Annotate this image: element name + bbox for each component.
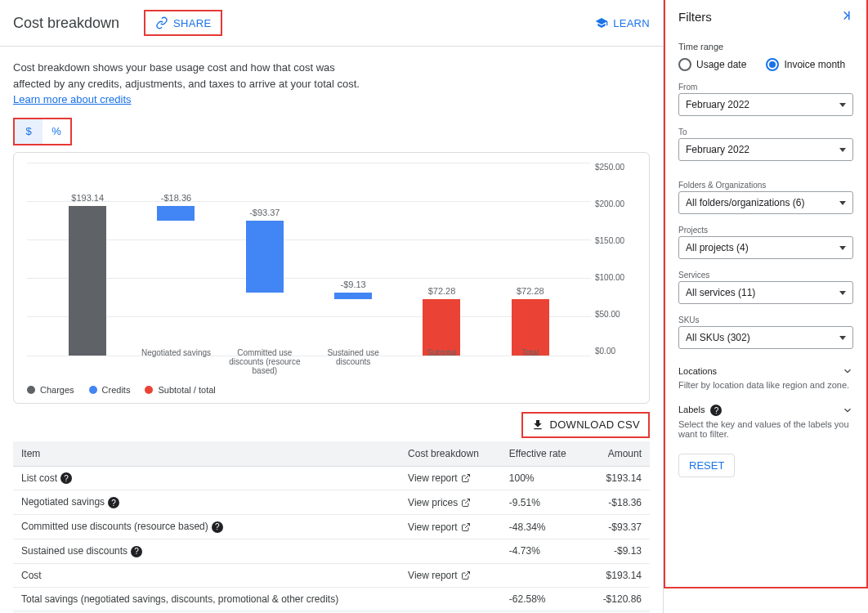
chart-legend: ChargesCreditsSubtotal / total bbox=[27, 380, 636, 395]
learn-label: LEARN bbox=[613, 17, 650, 29]
cell-rate: -48.34% bbox=[501, 515, 586, 539]
table-row: Sustained use discounts?-4.73%-$9.13 bbox=[13, 539, 650, 563]
cell-amount: -$18.36 bbox=[586, 490, 650, 515]
bar[interactable] bbox=[157, 206, 195, 220]
time-range-label: Time range bbox=[678, 42, 853, 51]
view-report-link[interactable]: View report bbox=[408, 570, 470, 581]
chevron-down-icon bbox=[839, 246, 846, 250]
legend-label: Credits bbox=[102, 385, 131, 395]
bar-value-label: $193.14 bbox=[43, 193, 132, 203]
bar-value-label: -$9.13 bbox=[309, 280, 397, 289]
share-button[interactable]: SHARE bbox=[144, 10, 222, 36]
x-label: Negotiated savings bbox=[132, 348, 220, 375]
download-icon bbox=[531, 418, 544, 432]
radio-invoice-month[interactable]: Invoice month bbox=[766, 58, 845, 71]
bar-value-label: -$18.36 bbox=[132, 193, 220, 203]
view-report-link[interactable]: View report bbox=[408, 521, 470, 533]
help-icon[interactable]: ? bbox=[60, 472, 72, 484]
cell-amount: -$120.86 bbox=[586, 587, 650, 611]
share-label: SHARE bbox=[173, 17, 211, 29]
svg-line-3 bbox=[465, 571, 470, 576]
cell-item: Negotiated savings? bbox=[13, 490, 400, 515]
from-select[interactable]: February 2022 bbox=[678, 93, 853, 116]
projects-value: All projects (4) bbox=[686, 242, 749, 253]
bar-col: $193.14 bbox=[43, 163, 132, 356]
radio-invoice-label: Invoice month bbox=[784, 59, 845, 70]
cell-cost-breakdown bbox=[400, 539, 501, 563]
locations-expand[interactable]: Locations bbox=[678, 365, 853, 377]
link-icon bbox=[155, 16, 168, 29]
legend-item: Subtotal / total bbox=[145, 385, 215, 395]
to-label: To bbox=[678, 128, 853, 136]
chevron-down-icon bbox=[839, 148, 846, 152]
col-item: Item bbox=[13, 441, 400, 467]
legend-item: Credits bbox=[89, 385, 131, 395]
cell-cost-breakdown bbox=[400, 587, 501, 611]
svg-line-2 bbox=[465, 523, 470, 528]
legend-swatch bbox=[145, 386, 153, 394]
bar[interactable] bbox=[423, 299, 460, 355]
help-icon[interactable]: ? bbox=[710, 405, 722, 416]
table-row: Committed use discounts (resource based)… bbox=[13, 515, 650, 539]
toggle-percent[interactable]: % bbox=[43, 119, 70, 144]
learn-credits-link[interactable]: Learn more about credits bbox=[13, 93, 132, 105]
learn-button[interactable]: LEARN bbox=[595, 16, 650, 29]
labels-hint: Select the key and values of the labels … bbox=[678, 419, 853, 439]
to-value: February 2022 bbox=[686, 144, 749, 155]
folders-select[interactable]: All folders/organizations (6) bbox=[678, 191, 853, 214]
download-csv-button[interactable]: DOWNLOAD CSV bbox=[521, 412, 650, 438]
x-label: Subtotal bbox=[397, 348, 485, 375]
chart-card: $250.00$200.00$150.00$100.00$50.00$0.00 … bbox=[13, 152, 650, 404]
radio-usage-date[interactable]: Usage date bbox=[678, 58, 746, 71]
radio-icon bbox=[678, 58, 691, 71]
bar-value-label: -$93.37 bbox=[221, 208, 309, 217]
x-label: Total bbox=[486, 348, 575, 375]
view-report-link[interactable]: View prices bbox=[408, 497, 471, 508]
view-report-link[interactable]: View report bbox=[408, 472, 470, 484]
cell-cost-breakdown: View prices bbox=[400, 490, 501, 515]
x-label: List cost bbox=[43, 348, 132, 375]
skus-label: SKUs bbox=[678, 315, 853, 324]
cell-rate: -4.73% bbox=[501, 539, 586, 563]
content-area: Cost breakdown shows your base usage cos… bbox=[0, 47, 663, 613]
to-select[interactable]: February 2022 bbox=[678, 138, 853, 161]
bar[interactable] bbox=[334, 293, 372, 300]
radio-usage-label: Usage date bbox=[696, 59, 746, 70]
help-icon[interactable]: ? bbox=[131, 546, 142, 557]
cell-item: Sustained use discounts? bbox=[13, 539, 400, 563]
unit-toggle: $ % bbox=[13, 118, 72, 145]
bar[interactable] bbox=[246, 221, 284, 293]
from-label: From bbox=[678, 83, 853, 92]
bar[interactable] bbox=[69, 206, 106, 355]
skus-select[interactable]: All SKUs (302) bbox=[678, 326, 853, 349]
collapse-filters-icon[interactable] bbox=[839, 8, 853, 25]
projects-select[interactable]: All projects (4) bbox=[678, 236, 853, 259]
services-label: Services bbox=[678, 271, 853, 280]
main-content: Cost breakdown SHARE LEARN Cost breakdow… bbox=[0, 0, 664, 613]
waterfall-chart: $250.00$200.00$150.00$100.00$50.00$0.00 … bbox=[27, 163, 636, 375]
toggle-dollar[interactable]: $ bbox=[15, 119, 43, 144]
chevron-down-icon bbox=[839, 201, 846, 205]
bar[interactable] bbox=[512, 299, 549, 355]
projects-label: Projects bbox=[678, 226, 853, 235]
from-value: February 2022 bbox=[686, 99, 749, 110]
help-icon[interactable]: ? bbox=[108, 497, 119, 508]
col-rate: Effective rate bbox=[501, 441, 586, 467]
y-tick: $250.00 bbox=[595, 163, 636, 172]
col-cb: Cost breakdown bbox=[400, 441, 501, 467]
services-select[interactable]: All services (11) bbox=[678, 281, 853, 304]
locations-label: Locations bbox=[678, 366, 717, 376]
help-icon[interactable]: ? bbox=[212, 521, 223, 533]
cell-cost-breakdown: View report bbox=[400, 515, 501, 539]
cell-cost-breakdown: View report bbox=[400, 466, 501, 490]
filters-title: Filters bbox=[678, 10, 712, 24]
locations-hint: Filter by location data like region and … bbox=[678, 380, 853, 390]
cell-amount: $193.14 bbox=[586, 563, 650, 587]
cell-rate bbox=[501, 563, 586, 587]
reset-button[interactable]: RESET bbox=[678, 454, 735, 477]
labels-expand[interactable]: Labels ? bbox=[678, 405, 853, 416]
cost-table: Item Cost breakdown Effective rate Amoun… bbox=[13, 441, 650, 614]
table-row: CostView report $193.14 bbox=[13, 563, 650, 587]
legend-swatch bbox=[89, 386, 97, 394]
y-tick: $100.00 bbox=[595, 273, 636, 282]
